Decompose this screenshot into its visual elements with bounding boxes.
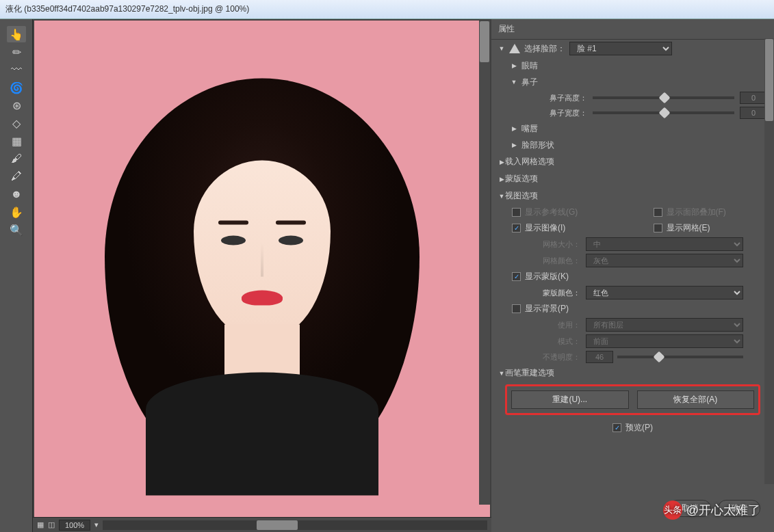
nose-height-row: 鼻子高度： [491, 90, 774, 105]
smooth-tool[interactable]: 〰 [7, 62, 26, 78]
twirl-tool[interactable]: 🌀 [7, 79, 26, 96]
vertical-scrollbar[interactable] [479, 21, 490, 505]
highlight-annotation: 重建(U)... 恢复全部(A) [505, 384, 760, 415]
pucker-tool[interactable]: ⊛ [7, 97, 26, 114]
watermark-badge: 头条 [663, 501, 682, 520]
nose-width-label: 鼻子宽度： [546, 108, 587, 118]
nose-width-value[interactable] [740, 107, 767, 119]
show-bg-check[interactable]: 显示背景(P) [491, 301, 774, 317]
load-mesh-section[interactable]: ▶载入网格选项 [491, 153, 774, 170]
nose-width-slider[interactable] [593, 111, 734, 114]
mask-options-section[interactable]: ▶蒙版选项 [491, 170, 774, 187]
nose-width-row: 鼻子宽度： [491, 105, 774, 120]
main-container: 👆 ✏ 〰 🌀 ⊛ ◇ ▦ 🖌 🖍 ☻ ✋ 🔍 [0, 19, 774, 532]
opacity-value [586, 351, 613, 363]
panel-title: 属性 [491, 19, 774, 40]
preview-check[interactable]: 预览(P) [491, 418, 774, 438]
warning-icon [509, 44, 520, 53]
push-left-tool[interactable]: ▦ [7, 133, 26, 149]
reconstruct-tool[interactable]: ✏ [7, 44, 26, 60]
zoom-tool[interactable]: 🔍 [7, 222, 26, 238]
mode-dropdown: 前面 [586, 334, 743, 348]
canvas-area: ▦ ◫ 100% ▾ [33, 19, 491, 532]
bloat-tool[interactable]: ◇ [7, 115, 26, 131]
restore-all-button[interactable]: 恢复全部(A) [637, 390, 755, 409]
face-dropdown[interactable]: 脸 #1 [569, 42, 672, 55]
properties-panel: 属性 ▼ 选择脸部： 脸 #1 ▶眼睛 ▼鼻子 鼻子高度： 鼻子宽度： ▶嘴唇 … [491, 19, 774, 532]
mesh-color-label: 网格颜色： [539, 256, 580, 266]
hand-tool[interactable]: ✋ [7, 204, 26, 220]
nose-height-slider[interactable] [593, 96, 734, 99]
face-tool[interactable]: ☻ [7, 186, 26, 202]
forward-warp-tool[interactable]: 👆 [7, 26, 26, 42]
freeze-mask-tool[interactable]: 🖌 [7, 150, 26, 167]
show-image-check[interactable]: 显示图像(I) [491, 220, 633, 236]
opacity-label: 不透明度： [539, 352, 580, 362]
horizontal-scrollbar[interactable] [103, 520, 487, 530]
window-titlebar: 液化 (b335e0ff34d7402aab97a130297e7282_tpl… [0, 0, 774, 19]
use-dropdown: 所有图层 [586, 318, 743, 332]
mask-color-dropdown[interactable]: 红色 [586, 286, 743, 300]
show-face-overlay-check: 显示面部叠加(F) [633, 204, 775, 220]
mesh-size-dropdown: 中 [586, 237, 743, 251]
show-mask-check[interactable]: 显示蒙版(K) [491, 269, 774, 284]
thaw-mask-tool[interactable]: 🖍 [7, 168, 26, 185]
use-label: 使用： [539, 320, 580, 330]
mouth-section[interactable]: ▶嘴唇 [491, 120, 774, 137]
mask-color-label: 蒙版颜色： [539, 288, 580, 298]
window-title: 液化 (b335e0ff34d7402aab97a130297e7282_tpl… [5, 3, 249, 15]
eyes-section[interactable]: ▶眼睛 [491, 57, 774, 74]
mesh-color-dropdown: 灰色 [586, 254, 743, 267]
watermark-text: @开心太难了 [686, 502, 760, 518]
canvas-statusbar: ▦ ◫ 100% ▾ [33, 517, 491, 532]
show-mesh-check[interactable]: 显示网格(E) [633, 220, 775, 236]
show-guides-check: 显示参考线(G) [491, 204, 633, 220]
grid-icon[interactable]: ▦ [37, 520, 44, 529]
all-button[interactable] [694, 47, 708, 50]
zoom-level[interactable]: 100% [59, 520, 90, 531]
mode-label: 模式： [539, 336, 580, 347]
face-select-row: ▼ 选择脸部： 脸 #1 [491, 40, 774, 57]
reset-button[interactable] [676, 47, 690, 50]
toolbar: 👆 ✏ 〰 🌀 ⊛ ◇ ▦ 🖌 🖍 ☻ ✋ 🔍 [0, 19, 33, 532]
image-canvas[interactable] [34, 21, 490, 517]
watermark: 头条 @开心太难了 [663, 501, 760, 520]
fit-icon[interactable]: ◫ [48, 520, 55, 529]
zoom-dropdown-icon[interactable]: ▾ [94, 520, 99, 529]
nose-height-value[interactable] [740, 92, 767, 104]
brush-rebuild-section[interactable]: ▼画笔重建选项 [491, 364, 774, 382]
face-twisty[interactable]: ▼ [498, 45, 505, 52]
opacity-slider [617, 356, 743, 358]
view-options-section[interactable]: ▼视图选项 [491, 187, 774, 204]
portrait-image [105, 79, 420, 475]
mesh-size-label: 网格大小： [539, 239, 580, 250]
nose-height-label: 鼻子高度： [546, 93, 587, 103]
nose-section[interactable]: ▼鼻子 [491, 74, 774, 90]
rebuild-button[interactable]: 重建(U)... [511, 390, 629, 409]
face-select-label: 选择脸部： [524, 43, 565, 55]
panel-scrollbar[interactable] [764, 38, 774, 484]
face-shape-section[interactable]: ▶脸部形状 [491, 137, 774, 153]
